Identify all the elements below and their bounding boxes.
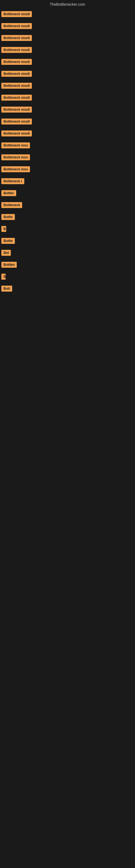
bottleneck-badge[interactable]: B	[1, 274, 6, 280]
bottleneck-badge[interactable]: Bottler	[1, 190, 16, 196]
list-item: Bottleneck result	[1, 59, 134, 66]
list-item: Bottleneck result	[1, 95, 134, 102]
bottleneck-list: Bottleneck resultBottleneck resultBottle…	[0, 10, 135, 293]
bottleneck-badge[interactable]: Bottleneck resu	[1, 143, 30, 148]
bottleneck-badge[interactable]: Bottleneck result	[1, 95, 32, 101]
list-item: B	[1, 274, 134, 281]
list-item: Bottle	[1, 238, 134, 245]
bottleneck-badge[interactable]: B	[1, 226, 6, 232]
bottleneck-badge[interactable]: Bottleneck result	[1, 83, 32, 89]
list-item: Bottleneck result	[1, 11, 134, 18]
bottleneck-badge[interactable]: Bottleneck result	[1, 11, 32, 17]
bottleneck-badge[interactable]: Bottleneck resu	[1, 154, 30, 160]
bottleneck-badge[interactable]: Bottleneck result	[1, 35, 32, 41]
list-item: Bottleneck result	[1, 35, 134, 42]
list-item: Bottleneck result	[1, 119, 134, 126]
bottleneck-badge[interactable]: Bottle	[1, 214, 15, 220]
bottleneck-badge[interactable]: Bottleneck result	[1, 47, 32, 53]
bottleneck-badge[interactable]: Bottleneck r	[1, 178, 24, 184]
site-title: TheBottlenecker.com	[0, 0, 135, 10]
bottleneck-badge[interactable]: Bottle	[1, 238, 15, 244]
bottleneck-badge[interactable]: Bottleneck result	[1, 119, 32, 124]
list-item: Bottleneck resu	[1, 154, 134, 161]
bottleneck-badge[interactable]: Bottleneck result	[1, 106, 32, 113]
list-item: Bottleneck r	[1, 178, 134, 185]
list-item: Bottleneck resu	[1, 143, 134, 150]
list-item: Bottleneck result	[1, 71, 134, 78]
list-item: Bottleneck result	[1, 23, 134, 30]
list-item: Bottleneck	[1, 202, 134, 209]
bottleneck-badge[interactable]: Bottleneck result	[1, 71, 32, 77]
bottleneck-badge[interactable]: Bottleneck resu	[1, 166, 30, 172]
bottleneck-badge[interactable]: Bottleneck	[1, 202, 22, 208]
list-item: Bottleneck result	[1, 83, 134, 90]
list-item: Bottleneck result	[1, 47, 134, 54]
bottleneck-badge[interactable]: Bottleneck result	[1, 130, 32, 136]
list-item: Bottleneck result	[1, 130, 134, 137]
list-item: Bottler	[1, 190, 134, 197]
bottleneck-badge[interactable]: Bottleneck result	[1, 23, 32, 29]
list-item: Bottle	[1, 214, 134, 221]
list-item: Bottleneck result	[1, 106, 134, 114]
bottleneck-badge[interactable]: Bottlen	[1, 262, 17, 268]
list-item: Bottlen	[1, 262, 134, 269]
list-item: Bot	[1, 250, 134, 257]
bottleneck-badge[interactable]: Bot	[1, 250, 11, 256]
list-item: B	[1, 226, 134, 233]
site-title-bar: TheBottlenecker.com	[0, 0, 135, 10]
list-item: Bott	[1, 286, 134, 293]
bottleneck-badge[interactable]: Bott	[1, 286, 12, 291]
list-item: Bottleneck resu	[1, 166, 134, 173]
bottleneck-badge[interactable]: Bottleneck result	[1, 59, 32, 65]
